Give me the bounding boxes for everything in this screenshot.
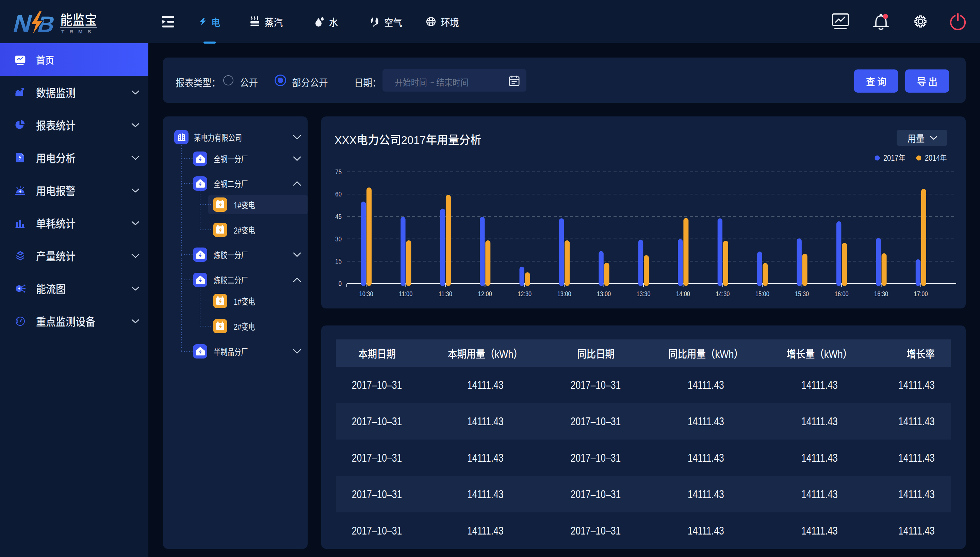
svg-text:2014年: 2014年 — [925, 153, 947, 163]
svg-text:45: 45 — [335, 212, 342, 220]
svg-text:13:00: 13:00 — [557, 290, 571, 298]
svg-text:0: 0 — [339, 280, 342, 288]
svg-text:12:00: 12:00 — [478, 290, 492, 298]
svg-text:30: 30 — [335, 235, 342, 243]
svg-text:14:00: 14:00 — [676, 290, 690, 298]
svg-text:14:30: 14:30 — [716, 290, 730, 298]
svg-text:10:30: 10:30 — [359, 290, 373, 298]
svg-text:17:00: 17:00 — [914, 290, 928, 298]
svg-text:11:00: 11:00 — [399, 290, 413, 298]
svg-text:12:30: 12:30 — [518, 290, 532, 298]
svg-text:11:30: 11:30 — [439, 290, 452, 298]
svg-text:75: 75 — [335, 168, 342, 176]
svg-text:15:30: 15:30 — [795, 290, 809, 298]
svg-text:15: 15 — [335, 257, 342, 265]
svg-text:60: 60 — [335, 190, 342, 198]
svg-text:13:00: 13:00 — [597, 290, 611, 298]
svg-text:2017年: 2017年 — [883, 153, 905, 163]
svg-text:15:00: 15:00 — [755, 290, 769, 298]
svg-text:16:30: 16:30 — [874, 290, 888, 298]
svg-text:16:00: 16:00 — [835, 290, 849, 298]
svg-text:13:30: 13:30 — [637, 290, 651, 298]
